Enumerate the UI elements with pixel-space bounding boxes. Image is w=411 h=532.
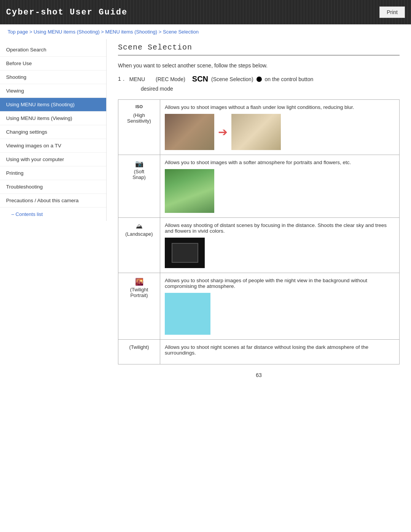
scene-desc-twilight: Allows you to shoot night scenes at far … bbox=[160, 340, 400, 364]
scene-label-twilight-portrait: 🌇 (TwilightPortrait) bbox=[118, 273, 160, 340]
iso-icon: ISO bbox=[123, 104, 155, 112]
scene-label-twilight: (Twilight) bbox=[118, 340, 160, 364]
twilight-portrait-icon: 🌇 bbox=[123, 278, 155, 286]
high-sensitivity-label: (HighSensitivity) bbox=[127, 112, 151, 124]
scene-label-soft-snap: 📷 (SoftSnap) bbox=[118, 155, 160, 218]
sidebar: Operation Search Before Use Shooting Vie… bbox=[0, 39, 107, 221]
breadcrumb-sep: > bbox=[159, 29, 163, 35]
landscape-label: (Landscape) bbox=[125, 231, 153, 237]
rec-mode-label: (REC Mode) bbox=[156, 76, 185, 82]
twilight-description: Allows you to shoot night scenes at far … bbox=[165, 344, 395, 356]
sidebar-item-printing[interactable]: Printing bbox=[0, 166, 106, 180]
sidebar-item-using-computer[interactable]: Using with your computer bbox=[0, 153, 106, 166]
sidebar-item-before-use[interactable]: Before Use bbox=[0, 57, 106, 70]
sidebar-item-troubleshooting[interactable]: Troubleshooting bbox=[0, 180, 106, 194]
landscape-image bbox=[165, 238, 205, 268]
bullet-circle-icon bbox=[256, 77, 262, 82]
desired-mode: desired mode bbox=[118, 86, 400, 92]
table-row: 🌇 (TwilightPortrait) Allows you to shoot… bbox=[118, 273, 400, 340]
landscape-image-inner bbox=[172, 243, 198, 263]
sidebar-item-precautions[interactable]: Precautions / About this camera bbox=[0, 194, 106, 208]
landscape-icon: ⛰ bbox=[123, 222, 155, 230]
breadcrumb-sep: > bbox=[29, 29, 33, 35]
high-sensitivity-description: Allows you to shoot images without a fla… bbox=[165, 104, 395, 110]
soft-snap-label: (SoftSnap) bbox=[132, 169, 146, 180]
scene-desc-soft-snap: Allows you to shoot images with a softer… bbox=[160, 155, 400, 218]
print-button[interactable]: Print bbox=[379, 6, 405, 18]
high-sensitivity-images: ➔ bbox=[165, 114, 395, 150]
twilight-portrait-description: Allows you to shoot sharp images of peop… bbox=[165, 278, 395, 289]
soft-snap-description: Allows you to shoot images with a softer… bbox=[165, 160, 395, 165]
twilight-label: (Twilight) bbox=[129, 344, 149, 350]
sidebar-item-shooting[interactable]: Shooting bbox=[0, 70, 106, 84]
twilight-portrait-image bbox=[165, 293, 210, 335]
scene-table: ISO (HighSensitivity) Allows you to shoo… bbox=[118, 99, 400, 364]
control-button-label: on the control button bbox=[265, 76, 314, 82]
content-area: Scene Selection When you want to select … bbox=[107, 39, 411, 397]
scene-selection-label: (Scene Selection) bbox=[211, 76, 253, 82]
breadcrumb-link[interactable]: MENU items (Shooting) bbox=[105, 29, 158, 35]
breadcrumb-link[interactable]: Using MENU items (Shooting) bbox=[33, 29, 99, 35]
scene-label-landscape: ⛰ (Landscape) bbox=[118, 218, 160, 273]
app-title: Cyber-shot User Guide bbox=[6, 8, 127, 17]
sidebar-item-changing-settings[interactable]: Changing settings bbox=[0, 125, 106, 139]
main-layout: Operation Search Before Use Shooting Vie… bbox=[0, 39, 411, 397]
twilight-portrait-label: (TwilightPortrait) bbox=[130, 287, 148, 298]
sidebar-item-viewing[interactable]: Viewing bbox=[0, 84, 106, 98]
soft-snap-image bbox=[165, 169, 214, 213]
breadcrumb: Top page > Using MENU items (Shooting) >… bbox=[0, 24, 411, 39]
clear-photo bbox=[231, 114, 281, 150]
table-row: ISO (HighSensitivity) Allows you to shoo… bbox=[118, 100, 400, 155]
table-row: 📷 (SoftSnap) Allows you to shoot images … bbox=[118, 155, 400, 218]
sidebar-item-using-menu-viewing[interactable]: Using MENU items (Viewing) bbox=[0, 112, 106, 125]
table-row: ⛰ (Landscape) Allows easy shooting of di… bbox=[118, 218, 400, 273]
sidebar-item-operation-search[interactable]: Operation Search bbox=[0, 43, 106, 57]
header: Cyber-shot User Guide Print bbox=[0, 0, 411, 24]
sidebar-item-using-menu-shooting[interactable]: Using MENU items (Shooting) bbox=[0, 98, 106, 112]
intro-text: When you want to select another scene, f… bbox=[118, 62, 400, 69]
step-number: 1． bbox=[118, 76, 126, 83]
soft-snap-icon: 📷 bbox=[123, 160, 155, 168]
page-number: 63 bbox=[118, 364, 400, 386]
breadcrumb-link[interactable]: Top page bbox=[8, 29, 28, 35]
blurry-photo bbox=[165, 114, 214, 150]
sidebar-item-viewing-tv[interactable]: Viewing images on a TV bbox=[0, 139, 106, 153]
contents-list-link[interactable]: Contents list bbox=[0, 208, 106, 221]
scene-label-high-sensitivity: ISO (HighSensitivity) bbox=[118, 100, 160, 155]
landscape-description: Allows easy shooting of distant scenes b… bbox=[165, 222, 395, 234]
breadcrumb-current: Scene Selection bbox=[163, 29, 199, 35]
menu-label: MENU bbox=[129, 76, 145, 82]
arrow-icon: ➔ bbox=[218, 125, 228, 139]
table-row: (Twilight) Allows you to shoot night sce… bbox=[118, 340, 400, 364]
scene-desc-twilight-portrait: Allows you to shoot sharp images of peop… bbox=[160, 273, 400, 340]
scene-desc-high-sensitivity: Allows you to shoot images without a fla… bbox=[160, 100, 400, 155]
breadcrumb-sep: > bbox=[101, 29, 105, 35]
page-title: Scene Selection bbox=[118, 43, 400, 56]
scn-badge: SCN bbox=[192, 75, 208, 83]
scene-desc-landscape: Allows easy shooting of distant scenes b… bbox=[160, 218, 400, 273]
step-line: 1． MENU (REC Mode) SCN (Scene Selection)… bbox=[118, 75, 400, 83]
